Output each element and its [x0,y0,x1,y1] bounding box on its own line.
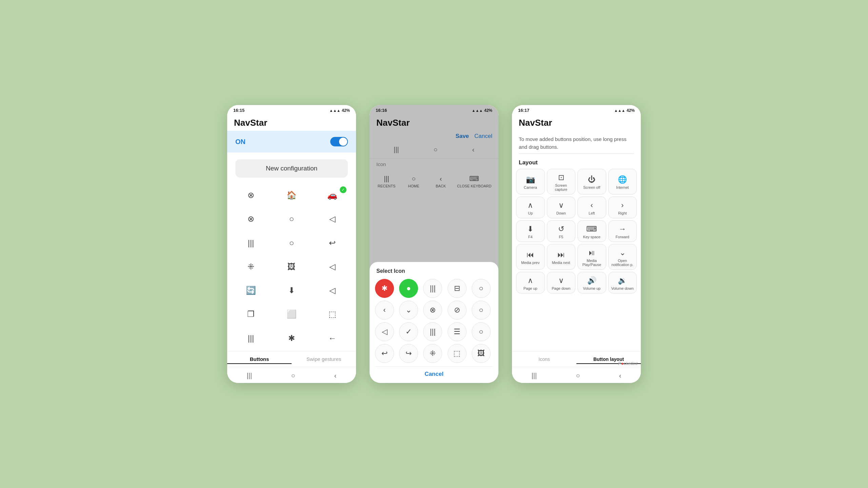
icon-cell-2-0[interactable]: ||| [231,232,271,254]
status-bar-3: 16:17 ▲▲▲ 42% [512,105,641,114]
layout-vol-down[interactable]: 🔉 Volume down [608,272,637,293]
icon-pick-down[interactable]: ⌄ [399,301,418,320]
nav-recents-3[interactable]: ||| [532,372,537,380]
layout-media-next[interactable]: ⏭ Media next [547,244,576,270]
vol-down-label: Volume down [611,286,634,290]
icon-pick-prev2[interactable]: ◁ [375,322,394,341]
vol-down-icon: 🔉 [618,276,627,285]
right-label: Right [618,211,627,215]
nav-recents-1[interactable]: ||| [247,372,252,380]
layout-up[interactable]: ∧ Up [516,197,545,218]
icon-pick-check[interactable]: ✓ [399,322,418,341]
icon-pick-x-circle[interactable]: ⊗ [423,301,442,320]
layout-screen-capture[interactable]: ⊡ Screen capture [547,169,576,195]
modal-cancel-button[interactable]: Cancel [375,366,493,380]
icon-cell-4-2[interactable]: ◁ [312,280,353,301]
icon-pick-hamburger[interactable]: ☰ [448,322,467,341]
icon-sym-arrow-left: ← [328,333,336,343]
battery-1: 42% [342,108,350,113]
layout-media-prev[interactable]: ⏮ Media prev [516,244,545,270]
icon-pick-asterisk[interactable]: ✱ [375,279,394,298]
phone-screen-2: 16:16 ▲▲▲ 42% NavStar Save Cancel ||| ○ … [370,105,498,383]
icon-cell-3-1[interactable]: 🖼 [271,256,312,278]
icon-cell-5-0[interactable]: ❐ [231,303,271,325]
layout-media-play-pause[interactable]: ⏯ Media Play/Pause [577,244,606,270]
layout-open-notif[interactable]: ⌄ Open notification p. [608,244,637,270]
new-configuration-button[interactable]: New configuration [235,159,348,178]
icon-pick-circle3[interactable]: ○ [472,322,491,341]
layout-screen-off[interactable]: ⏻ Screen off [577,169,606,195]
media-play-pause-icon: ⏯ [588,248,595,257]
layout-page-down[interactable]: ∨ Page down [547,272,576,293]
icon-cell-0-0[interactable]: ⊗ [231,184,271,206]
icon-cell-2-2[interactable]: ↩ [312,232,353,254]
icon-cell-3-2[interactable]: ◁ [312,256,353,278]
layout-key-space[interactable]: ⌨ Key space [577,220,606,242]
nav-back-3[interactable]: ‹ [619,372,622,380]
app-title-1: NavStar [227,114,356,131]
layout-page-up[interactable]: ∧ Page up [516,272,545,293]
layout-camera[interactable]: 📷 Camera [516,169,545,195]
icon-sym-return: ↩ [329,238,336,248]
icon-cell-6-2[interactable]: ← [312,327,353,349]
layout-forward[interactable]: → Forward [608,220,637,242]
icon-pick-redo[interactable]: ↪ [399,344,418,363]
icon-pick-menu[interactable]: ⊟ [448,279,467,298]
icon-pick-recents[interactable]: ||| [423,279,442,298]
nav-home-3[interactable]: ○ [576,372,580,380]
icon-sym-home2: ○ [289,238,294,248]
icon-cell-2-1[interactable]: ○ [271,232,312,254]
icon-cell-5-2[interactable]: ⬚ [312,303,353,325]
on-toggle-row[interactable]: ON [227,131,356,152]
tab-buttons[interactable]: Buttons [227,355,292,364]
page-down-icon: ∨ [558,276,564,285]
icon-pick-photo[interactable]: 🖼 [472,344,491,363]
icon-cell-4-0[interactable]: 🔄 [231,280,271,301]
layout-left[interactable]: ‹ Left [577,197,606,218]
layout-right[interactable]: › Right [608,197,637,218]
icon-sym-asterisk: ⁜ [248,262,254,271]
icon-sym-no-entry: ⊗ [248,190,254,200]
icon-cell-0-2[interactable]: 🚗 ✓ [312,184,353,206]
icon-pick-no-circle[interactable]: ⊘ [448,301,467,320]
icon-cell-0-1[interactable]: 🏠 [271,184,312,206]
icon-cell-6-1[interactable]: ✱ [271,327,312,349]
icon-pick-people[interactable]: ⁜ [423,344,442,363]
layout-internet[interactable]: 🌐 Internet [608,169,637,195]
toggle-knob [339,138,347,146]
icon-cell-6-0[interactable]: ||| [231,327,271,349]
layout-f5[interactable]: ↺ F5 [547,220,576,242]
forward-label: Forward [616,235,629,239]
icon-sym-menu: ||| [248,333,254,343]
icon-cell-1-2[interactable]: ◁ [312,208,353,230]
layout-f4[interactable]: ⬇ F4 [516,220,545,242]
icon-cell-3-0[interactable]: ⁜ [231,256,271,278]
nav-home-1[interactable]: ○ [291,372,295,380]
icon-pick-circle-fill[interactable]: ● [399,279,418,298]
icon-cell-1-1[interactable]: ○ [271,208,312,230]
icon-cell-5-1[interactable]: ⬜ [271,303,312,325]
icon-pick-back2[interactable]: ‹ [375,301,394,320]
icon-sym-prev: ◁ [329,286,335,295]
icon-pick-bars[interactable]: ||| [423,322,442,341]
icon-sym-back: ◁ [329,214,335,224]
icon-sym-home: 🏠 [287,190,297,200]
icon-cell-4-1[interactable]: ⬇ [271,280,312,301]
icon-pick-circle2[interactable]: ○ [472,301,491,320]
screen-off-label: Screen off [583,185,600,189]
nav-back-1[interactable]: ‹ [334,372,337,380]
camera-icon: 📷 [526,175,535,184]
tab-swipe-gestures[interactable]: Swipe gestures [292,355,356,364]
layout-vol-up[interactable]: 🔊 Volume up [577,272,606,293]
icon-pick-table[interactable]: ⬚ [448,344,467,363]
icon-sym-grid: ❐ [247,309,255,319]
media-prev-icon: ⏮ [527,250,534,259]
icon-cell-1-0[interactable]: ⊗ [231,208,271,230]
icon-pick-circle[interactable]: ○ [472,279,491,298]
icon-pick-return2[interactable]: ↩ [375,344,394,363]
on-toggle[interactable] [330,137,348,146]
media-next-icon: ⏭ [557,250,565,259]
tab-icons[interactable]: Icons [512,355,576,364]
screen-capture-icon: ⊡ [558,173,564,182]
layout-down[interactable]: ∨ Down [547,197,576,218]
